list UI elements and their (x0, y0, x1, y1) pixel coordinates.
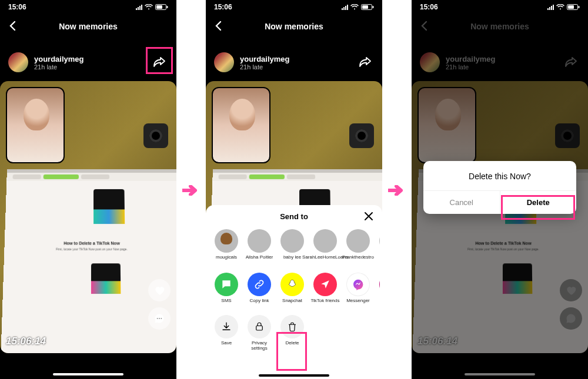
svg-rect-1 (167, 6, 168, 8)
page-title: Now memories (59, 22, 118, 31)
status-bar: 15:06 (0, 0, 176, 14)
status-time: 15:06 (8, 3, 26, 11)
signal-icon (547, 4, 554, 10)
comment-button[interactable] (148, 307, 171, 330)
sheet-title: Send to (208, 212, 380, 221)
messenger-icon (346, 273, 370, 296)
wifi-icon (350, 4, 359, 10)
cancel-button[interactable]: Cancel (423, 191, 500, 214)
friend-list[interactable]: mougicals Alisha Poitier baby lee SarahL… (208, 229, 380, 266)
webcam-prop (143, 123, 168, 148)
share-instagram[interactable]: Ins (376, 273, 380, 309)
lock-icon (248, 315, 271, 338)
user-subtitle: 21h late (34, 63, 84, 71)
post-timestamp: 15:06:14 (417, 336, 457, 347)
battery-icon (567, 4, 580, 10)
share-button[interactable] (356, 53, 374, 71)
svg-rect-2 (156, 5, 162, 9)
flow-arrow-icon (182, 185, 200, 196)
modal-title: Delete this Now? (423, 161, 576, 191)
like-button (560, 279, 582, 301)
instagram-icon (379, 273, 380, 296)
back-button[interactable] (7, 20, 19, 32)
user-name: yourdailymeg (446, 55, 496, 63)
back-button[interactable] (213, 20, 225, 32)
avatar[interactable] (8, 52, 28, 72)
highlight-share (146, 47, 173, 74)
monitor-heading: How to Delete a TikTok Now (5, 241, 176, 245)
signal-icon (136, 4, 142, 10)
status-time: 15:06 (420, 3, 438, 11)
highlight-confirm-delete (501, 195, 575, 220)
snapchat-icon (280, 273, 304, 296)
privacy-action[interactable]: Privacy settings (245, 315, 274, 351)
now-post[interactable]: How to Delete a TikTok Now First, locate… (0, 81, 176, 353)
status-bar: 15:06 (412, 0, 588, 14)
svg-rect-11 (579, 6, 580, 8)
like-button[interactable] (148, 279, 171, 301)
page-title: Now memories (265, 22, 323, 31)
svg-rect-8 (362, 5, 368, 9)
user-subtitle: 21h late (446, 63, 496, 71)
friend-item[interactable]: Alisha Poitier (245, 229, 274, 266)
wifi-icon (556, 4, 564, 10)
home-indicator[interactable] (465, 373, 535, 375)
page-title: Now memories (470, 22, 529, 31)
home-indicator[interactable] (259, 374, 329, 377)
svg-rect-7 (373, 6, 374, 8)
selfie-inset[interactable] (6, 87, 65, 163)
save-action[interactable]: Save (212, 315, 241, 351)
share-messenger[interactable]: Messenger (343, 273, 373, 309)
user-name: yourdailymeg (34, 55, 84, 63)
avatar[interactable] (214, 52, 234, 72)
status-right (136, 4, 168, 10)
phone-screen-3: 15:06 Now memories yourdailymeg 21h late… (412, 0, 588, 379)
home-indicator[interactable] (53, 373, 123, 375)
status-time: 15:06 (214, 3, 232, 11)
battery-icon (155, 4, 168, 10)
phone-screen-1: 15:06 Now memories yourdailymeg 21h late (0, 0, 176, 379)
send-icon (313, 273, 337, 296)
share-button (562, 53, 580, 71)
webcam-prop (555, 123, 580, 148)
sms-icon (215, 273, 238, 296)
selfie-inset (417, 87, 476, 163)
link-icon (248, 273, 271, 296)
svg-rect-12 (568, 5, 574, 9)
friend-item[interactable]: mougicals (212, 229, 241, 266)
nav-bar: Now memories (412, 18, 588, 35)
nav-bar: Now memories (0, 18, 176, 35)
avatar (420, 52, 440, 72)
user-row: yourdailymeg 21h late (206, 51, 382, 74)
share-copy-link[interactable]: Copy link (245, 273, 274, 309)
highlight-delete-action (276, 332, 307, 371)
post-timestamp: 15:06:14 (6, 336, 46, 347)
selfie-inset (212, 87, 270, 163)
share-sheet: Send to mougicals Alisha Poitier baby le… (206, 205, 382, 379)
user-row: yourdailymeg 21h late (412, 51, 588, 74)
share-snapchat[interactable]: Snapchat (278, 273, 307, 309)
comment-button (560, 307, 582, 330)
share-app-row[interactable]: SMS Copy link Snapchat TikTok friends Me… (208, 273, 380, 309)
friend-item[interactable]: NarniP (376, 229, 380, 266)
phone-screen-2: 15:06 Now memories yourdailymeg 21h late… (206, 0, 382, 379)
share-sms[interactable]: SMS (212, 273, 241, 309)
close-button[interactable] (363, 211, 374, 222)
friend-item[interactable]: Frankthedestro (343, 229, 373, 266)
nav-bar: Now memories (206, 18, 382, 35)
share-tiktok-friends[interactable]: TikTok friends (310, 273, 340, 309)
flow-arrow-icon (388, 185, 406, 196)
user-name: yourdailymeg (240, 55, 290, 63)
svg-point-3 (157, 318, 158, 319)
svg-rect-9 (256, 326, 263, 331)
post-actions (148, 279, 171, 330)
post-actions (560, 279, 582, 330)
signal-icon (342, 4, 348, 10)
back-button[interactable] (419, 20, 430, 32)
download-icon (215, 315, 238, 338)
monitor-sub: First, locate your TikTok Now post on yo… (4, 247, 176, 251)
battery-icon (361, 4, 374, 10)
wifi-icon (145, 4, 153, 10)
svg-point-4 (159, 318, 160, 319)
friend-item[interactable]: SarahLeeHomeLoans (310, 229, 340, 266)
